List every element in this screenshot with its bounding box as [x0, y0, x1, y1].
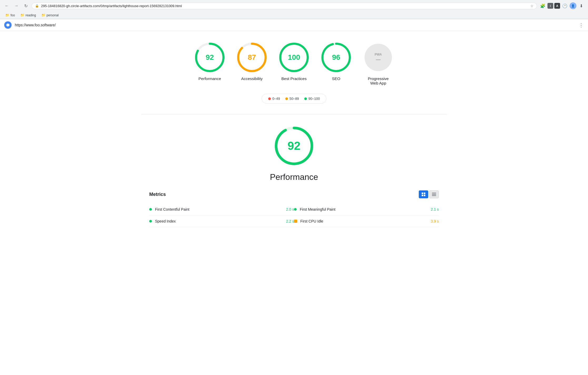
metric-value-si: 2.2 s: [281, 219, 294, 223]
browser-chrome: ← → ↻ 🔒 295-184816820-gh.circle-artifact…: [0, 0, 588, 19]
bookmarks-bar: 📁 foo 📁 reading 📁 personal: [0, 12, 588, 19]
score-label-accessibility: Accessibility: [241, 76, 263, 81]
metric-row-si: Speed Index 2.2 s: [149, 215, 294, 227]
legend-dot-orange: [285, 97, 288, 100]
metric-row-fmp: First Meaningful Paint 2.1 s: [294, 204, 439, 215]
score-pwa[interactable]: PWA — Progressive Web App: [362, 42, 394, 85]
lock-icon: 🔒: [35, 4, 39, 8]
section-divider: [141, 114, 447, 114]
scores-row: 92 Performance 87 Accessibility: [141, 42, 447, 85]
score-accessibility[interactable]: 87 Accessibility: [236, 42, 268, 81]
gauge-seo: 96: [320, 42, 352, 73]
bookmark-reading-label: reading: [26, 13, 36, 17]
toggle-list-view[interactable]: [429, 190, 439, 198]
metrics-grid: First Contentful Paint 2.0 s First Meani…: [149, 204, 439, 227]
metric-name-fmp: First Meaningful Paint: [300, 207, 422, 211]
folder-icon-personal: 📁: [41, 13, 46, 17]
metric-row-fcp: First Contentful Paint 2.0 s: [149, 204, 294, 215]
bookmark-foo-label: foo: [11, 13, 15, 17]
gauge-number-seo: 96: [332, 54, 340, 61]
metric-value-fcp: 2.0 s: [281, 207, 294, 211]
clock-icon[interactable]: 🕐: [561, 2, 569, 9]
gauge-number-best-practices: 100: [288, 54, 300, 61]
bookmark-foo[interactable]: 📁 foo: [3, 13, 17, 18]
legend-item-2: 90–100: [304, 97, 320, 101]
gauge-center-pwa: PWA —: [375, 53, 382, 62]
legend-label-2: 90–100: [308, 97, 320, 101]
gauge-performance: 92: [194, 42, 226, 73]
ext-icon-2[interactable]: A: [554, 3, 560, 9]
legend-item-1: 50–89: [285, 97, 299, 101]
legend-label-0: 0–49: [272, 97, 280, 101]
metric-row-fci: First CPU Idle 3.9 s: [294, 215, 439, 227]
metric-name-fci: First CPU Idle: [300, 219, 422, 223]
pwa-label-text: PWA: [375, 53, 382, 56]
score-seo[interactable]: 96 SEO: [320, 42, 352, 81]
main-content: 92 Performance 87 Accessibility: [136, 31, 452, 238]
bookmark-personal-label: personal: [47, 13, 59, 17]
perf-gauge-large: 92: [273, 125, 315, 167]
pwa-dash: —: [376, 57, 381, 62]
legend-inner: 0–49 50–89 90–100: [262, 94, 326, 103]
metric-dot-fmp: [294, 208, 297, 211]
score-label-pwa: Progressive Web App: [368, 76, 388, 85]
gauge-accessibility: 87: [236, 42, 268, 73]
toolbar-icons: 🧩 i A 🕐 👤 ⬇: [539, 2, 585, 9]
metric-dot-fci: [294, 220, 297, 223]
gauge-center-best-practices: 100: [288, 54, 300, 61]
gauge-center-accessibility: 87: [248, 54, 256, 61]
page-header: https://www.foo.software/ ⋮: [0, 19, 588, 31]
forward-button[interactable]: →: [13, 2, 20, 9]
ext-icon-1[interactable]: i: [547, 3, 553, 9]
metric-dot-si: [149, 220, 152, 223]
page-url: https://www.foo.software/: [15, 23, 56, 27]
score-label-best-practices: Best Practices: [281, 76, 307, 81]
gauge-pwa: PWA —: [362, 42, 394, 73]
metric-dot-fcp: [149, 208, 152, 211]
metrics-title: Metrics: [149, 192, 166, 197]
download-icon[interactable]: ⬇: [577, 2, 585, 9]
score-performance[interactable]: 92 Performance: [194, 42, 226, 81]
bookmark-personal[interactable]: 📁 personal: [39, 13, 61, 18]
url-text: 295-184816820-gh.circle-artifacts.com/0/…: [41, 4, 182, 8]
lighthouse-logo: [4, 21, 12, 29]
legend-item-0: 0–49: [268, 97, 280, 101]
grid-icon: [422, 193, 425, 196]
performance-section: 92 Performance Metrics: [141, 125, 447, 227]
back-button[interactable]: ←: [3, 2, 11, 9]
folder-icon-reading: 📁: [20, 13, 24, 17]
reload-button[interactable]: ↻: [22, 2, 29, 9]
view-toggle: [419, 190, 439, 198]
metric-value-fci: 3.9 s: [426, 219, 439, 223]
score-label-seo: SEO: [332, 76, 340, 81]
address-url: 295-184816820-gh.circle-artifacts.com/0/…: [41, 4, 528, 8]
metric-value-fmp: 2.1 s: [426, 207, 439, 211]
gauge-best-practices: 100: [278, 42, 310, 73]
perf-section-title: Performance: [270, 172, 318, 182]
gauge-center-performance: 92: [206, 54, 214, 61]
extensions-button[interactable]: 🧩: [539, 2, 546, 9]
folder-icon-foo: 📁: [5, 13, 9, 17]
metrics-header: Metrics: [149, 190, 439, 198]
legend-label-1: 50–89: [290, 97, 299, 101]
perf-gauge-number-large: 92: [288, 139, 301, 152]
toggle-grid-view[interactable]: [419, 190, 428, 198]
gauge-center-seo: 96: [332, 54, 340, 61]
metric-name-si: Speed Index: [155, 219, 278, 223]
bookmark-reading[interactable]: 📁 reading: [18, 13, 38, 18]
score-best-practices[interactable]: 100 Best Practices: [278, 42, 310, 81]
gauge-number-accessibility: 87: [248, 54, 256, 61]
legend-dot-red: [268, 97, 271, 100]
address-bar[interactable]: 🔒 295-184816820-gh.circle-artifacts.com/…: [32, 3, 537, 9]
profile-avatar[interactable]: 👤: [570, 2, 576, 9]
browser-toolbar: ← → ↻ 🔒 295-184816820-gh.circle-artifact…: [0, 0, 588, 12]
star-icon[interactable]: ☆: [530, 4, 534, 8]
metric-name-fcp: First Contentful Paint: [155, 207, 278, 211]
gauge-number-performance: 92: [206, 54, 214, 61]
more-menu-button[interactable]: ⋮: [579, 22, 584, 28]
legend: 0–49 50–89 90–100: [141, 94, 447, 103]
metrics-section: Metrics: [149, 190, 439, 227]
legend-dot-green: [304, 97, 307, 100]
score-label-performance: Performance: [198, 76, 221, 81]
list-icon: [432, 193, 436, 196]
